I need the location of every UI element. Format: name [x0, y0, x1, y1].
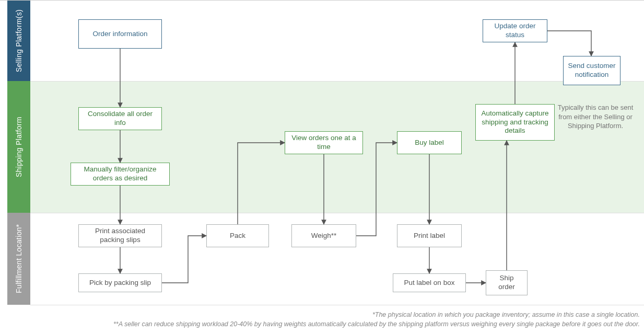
- box-ship-order: Ship order: [486, 270, 528, 295]
- box-put-label-on-box: Put label on box: [393, 273, 466, 292]
- box-auto-capture: Automatically capture shipping and track…: [475, 104, 555, 141]
- lane-label-shipping: Shipping Platform: [7, 81, 30, 213]
- box-consolidate-orders: Consolidate all order info: [78, 107, 162, 130]
- box-weigh: Weigh**: [291, 224, 356, 247]
- lane-divider: [30, 81, 644, 82]
- box-manual-filter: Manually filter/organize orders as desir…: [71, 163, 170, 186]
- lane-label-fulfillment: Fulfillment Location*: [7, 213, 30, 305]
- flow-diagram: Selling Platform(s) Shipping Platform Fu…: [0, 0, 644, 333]
- footnote-weigh: **A seller can reduce shipping workload …: [113, 320, 640, 328]
- box-print-packing-slips: Print associated packing slips: [78, 224, 162, 247]
- lane-divider: [30, 213, 644, 213]
- footnote-location: *The physical location in which you pack…: [372, 311, 640, 318]
- box-send-notification: Send customer notification: [563, 56, 620, 85]
- box-pick-by-slip: Pick by packing slip: [78, 273, 162, 292]
- lane-label-selling: Selling Platform(s): [7, 1, 30, 81]
- note-either-platform: Typically this can be sent from either t…: [554, 103, 637, 131]
- box-update-order-status: Update order status: [483, 19, 547, 42]
- box-buy-label: Buy label: [397, 131, 462, 154]
- box-view-orders-one: View orders one at a time: [285, 131, 363, 154]
- lane-divider: [30, 305, 644, 305]
- box-pack: Pack: [206, 224, 269, 247]
- box-print-label: Print label: [397, 224, 462, 247]
- box-order-information: Order information: [78, 19, 162, 49]
